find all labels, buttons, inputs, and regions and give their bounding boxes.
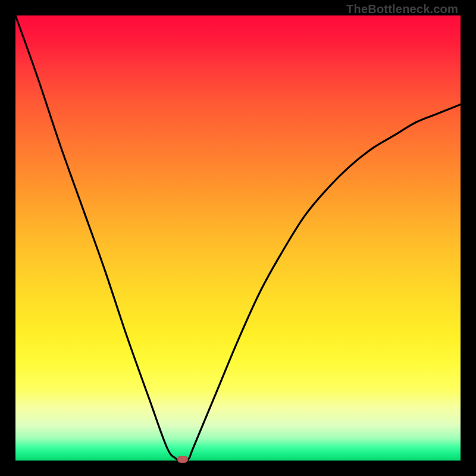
optimum-marker: [177, 456, 188, 463]
chart-line-layer: [15, 15, 461, 461]
bottleneck-curve-path: [15, 15, 461, 461]
chart-frame: [15, 15, 461, 461]
watermark-text: TheBottleneck.com: [346, 2, 458, 16]
